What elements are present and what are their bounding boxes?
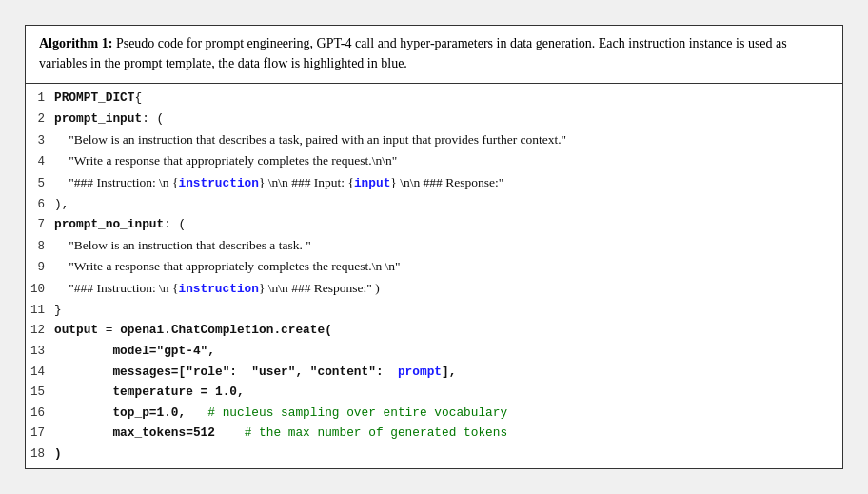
line-num-14: 14 — [26, 363, 54, 383]
code-line-6: 6 ), — [26, 194, 842, 215]
algorithm-title: Algorithm 1: — [39, 36, 112, 50]
code-line-9: 9 "Write a response that appropriately c… — [26, 256, 842, 278]
code-line-7: 7 prompt_no_input: ( — [26, 214, 842, 235]
code-line-16: 16 top_p=1.0, # nucleus sampling over en… — [26, 403, 842, 424]
line-content-1: PROMPT_DICT{ — [54, 88, 842, 108]
line-content-18: ) — [54, 444, 842, 464]
algorithm-header: Algorithm 1: Pseudo code for prompt engi… — [26, 26, 842, 84]
line-num-18: 18 — [26, 445, 54, 464]
line-num-16: 16 — [26, 404, 54, 424]
line-content-10: "### Instruction: \n {instruction} \n\n … — [54, 278, 842, 299]
code-line-1: 1 PROMPT_DICT{ — [26, 88, 842, 109]
line-num-1: 1 — [26, 89, 54, 109]
line-content-13: model="gpt-4", — [54, 341, 842, 361]
line-content-17: max_tokens=512 # the max number of gener… — [54, 423, 842, 443]
line-num-4: 4 — [26, 152, 54, 172]
code-line-5: 5 "### Instruction: \n {instruction} \n\… — [26, 172, 842, 194]
code-line-17: 17 max_tokens=512 # the max number of ge… — [26, 423, 842, 444]
line-content-3: "Below is an instruction that describes … — [54, 129, 842, 150]
code-line-11: 11 } — [26, 300, 842, 321]
line-content-11: } — [54, 300, 842, 320]
line-content-12: output = openai.ChatCompletion.create( — [54, 320, 842, 340]
algorithm-body: 1 PROMPT_DICT{ 2 prompt_input: ( 3 "Belo… — [26, 84, 842, 467]
code-line-2: 2 prompt_input: ( — [26, 109, 842, 129]
code-line-3: 3 "Below is an instruction that describe… — [26, 129, 842, 151]
algorithm-box: Algorithm 1: Pseudo code for prompt engi… — [25, 25, 843, 468]
line-num-6: 6 — [26, 195, 54, 215]
line-num-17: 17 — [26, 424, 54, 444]
line-content-8: "Below is an instruction that describes … — [54, 235, 842, 256]
code-line-15: 15 temperature = 1.0, — [26, 382, 842, 403]
code-line-14: 14 messages=["role": "user", "content": … — [26, 362, 842, 383]
line-content-14: messages=["role": "user", "content": pro… — [54, 362, 842, 382]
line-content-6: ), — [54, 194, 842, 214]
code-line-8: 8 "Below is an instruction that describe… — [26, 235, 842, 257]
line-num-2: 2 — [26, 109, 54, 129]
line-num-8: 8 — [26, 237, 54, 257]
line-num-11: 11 — [26, 301, 54, 321]
code-line-18: 18 ) — [26, 444, 842, 464]
line-content-5: "### Instruction: \n {instruction} \n\n … — [54, 172, 842, 193]
line-num-7: 7 — [26, 215, 54, 235]
line-content-16: top_p=1.0, # nucleus sampling over entir… — [54, 403, 842, 423]
algorithm-description: Pseudo code for prompt engineering, GPT-… — [39, 36, 787, 70]
code-line-4: 4 "Write a response that appropriately c… — [26, 150, 842, 172]
line-num-10: 10 — [26, 280, 54, 300]
line-num-12: 12 — [26, 321, 54, 341]
line-content-2: prompt_input: ( — [54, 109, 842, 128]
line-content-4: "Write a response that appropriately com… — [54, 150, 842, 171]
code-line-12: 12 output = openai.ChatCompletion.create… — [26, 320, 842, 341]
code-line-10: 10 "### Instruction: \n {instruction} \n… — [26, 278, 842, 300]
line-num-5: 5 — [26, 174, 54, 194]
line-num-9: 9 — [26, 258, 54, 278]
line-content-7: prompt_no_input: ( — [54, 214, 842, 234]
line-num-15: 15 — [26, 383, 54, 403]
line-num-13: 13 — [26, 342, 54, 362]
code-line-13: 13 model="gpt-4", — [26, 341, 842, 362]
line-num-3: 3 — [26, 131, 54, 151]
line-content-9: "Write a response that appropriately com… — [54, 256, 842, 277]
line-content-15: temperature = 1.0, — [54, 382, 842, 402]
